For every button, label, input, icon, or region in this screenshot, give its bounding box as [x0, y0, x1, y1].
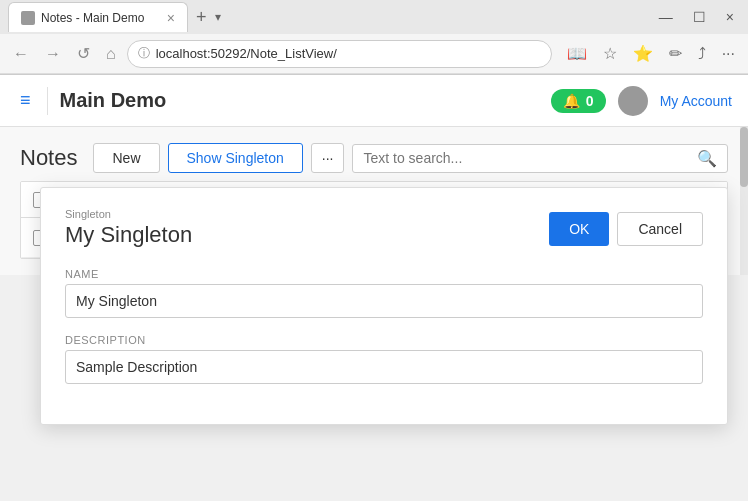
notification-count: 0 [586, 93, 594, 109]
close-button[interactable]: × [720, 7, 740, 27]
browser-toolbar: ← → ↺ ⌂ ⓘ localhost:50292/Note_ListView/… [0, 34, 748, 74]
modal-overlay: Singleton My Singleton OK Cancel NAME DE… [0, 127, 748, 275]
refresh-button[interactable]: ↺ [72, 42, 95, 65]
favorites-button[interactable]: ⭐ [628, 42, 658, 65]
back-button[interactable]: ← [8, 43, 34, 65]
app-header: ≡ Main Demo 🔔 0 My Account [0, 75, 748, 127]
user-avatar [618, 86, 648, 116]
reader-mode-button[interactable]: 📖 [562, 42, 592, 65]
tab-overflow-button[interactable]: ▾ [211, 10, 225, 24]
home-button[interactable]: ⌂ [101, 43, 121, 65]
new-tab-button[interactable]: + [192, 7, 211, 28]
active-tab[interactable]: Notes - Main Demo × [8, 2, 188, 32]
name-input[interactable] [65, 284, 703, 318]
minimize-button[interactable]: — [653, 7, 679, 27]
address-bar[interactable]: ⓘ localhost:50292/Note_ListView/ [127, 40, 552, 68]
header-right: 🔔 0 My Account [551, 86, 732, 116]
ok-button[interactable]: OK [549, 212, 609, 246]
tab-close-button[interactable]: × [167, 10, 175, 26]
modal-title-section: Singleton My Singleton [65, 208, 192, 248]
header-divider [47, 87, 48, 115]
window-controls: — ☐ × [653, 7, 740, 27]
forward-button[interactable]: → [40, 43, 66, 65]
my-account-link[interactable]: My Account [660, 93, 732, 109]
settings-more-button[interactable]: ··· [717, 42, 740, 65]
description-form-group: DESCRIPTION [65, 334, 703, 384]
modal-subtitle: Singleton [65, 208, 192, 220]
description-input[interactable] [65, 350, 703, 384]
name-form-group: NAME [65, 268, 703, 318]
tab-favicon [21, 11, 35, 25]
reading-list-button[interactable]: ✏ [664, 42, 687, 65]
singleton-modal: Singleton My Singleton OK Cancel NAME DE… [40, 187, 728, 425]
app-title: Main Demo [60, 89, 167, 112]
share-button[interactable]: ⤴ [693, 42, 711, 65]
notification-button[interactable]: 🔔 0 [551, 89, 606, 113]
bell-icon: 🔔 [563, 93, 580, 109]
url-text: localhost:50292/Note_ListView/ [156, 46, 541, 61]
name-label: NAME [65, 268, 703, 280]
hamburger-menu-button[interactable]: ≡ [16, 86, 35, 115]
lock-icon: ⓘ [138, 45, 150, 62]
maximize-button[interactable]: ☐ [687, 7, 712, 27]
modal-header: Singleton My Singleton OK Cancel [65, 208, 703, 248]
tab-bar: Notes - Main Demo × + ▾ — ☐ × [0, 0, 748, 34]
cancel-button[interactable]: Cancel [617, 212, 703, 246]
browser-toolbar-icons: 📖 ☆ ⭐ ✏ ⤴ ··· [562, 42, 740, 65]
description-label: DESCRIPTION [65, 334, 703, 346]
modal-title: My Singleton [65, 222, 192, 248]
tab-title: Notes - Main Demo [41, 11, 144, 25]
modal-actions: OK Cancel [549, 212, 703, 246]
add-favorite-button[interactable]: ☆ [598, 42, 622, 65]
